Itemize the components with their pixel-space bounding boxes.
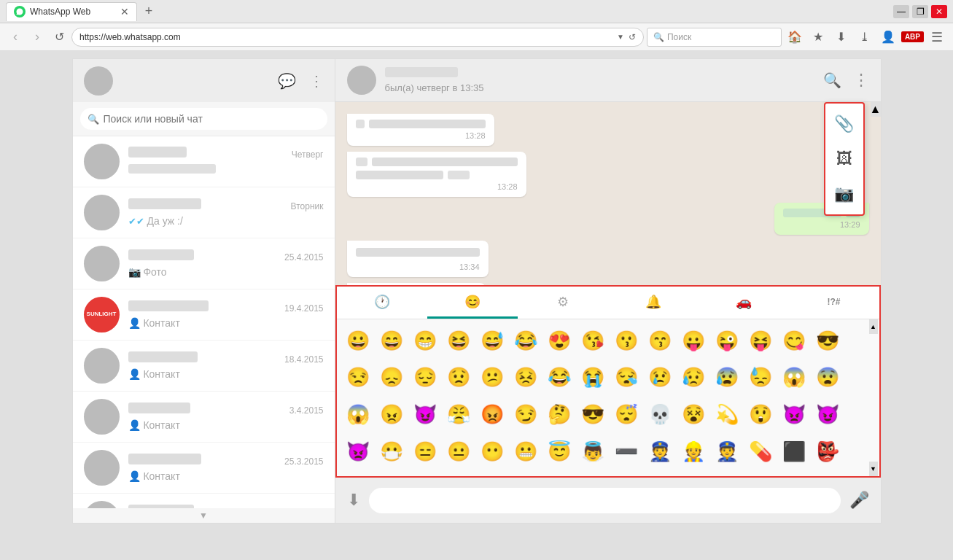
emoji-item[interactable]: 😱 [777, 361, 811, 394]
scroll-up-indicator[interactable]: ▲ [871, 102, 881, 117]
emoji-item[interactable]: 😲 [744, 398, 777, 432]
emoji-item[interactable]: 😒 [341, 361, 375, 394]
emoji-item[interactable]: 😎 [811, 324, 844, 357]
emoji-item[interactable]: 😷 [375, 435, 408, 468]
emoji-item[interactable]: 😅 [475, 324, 509, 357]
emoji-item[interactable]: 😎 [576, 398, 610, 432]
emoji-item[interactable]: 👮 [643, 435, 677, 468]
tab-recent[interactable]: 🕐 [337, 287, 427, 319]
attach-file-button[interactable]: 📎 [828, 108, 860, 140]
tab-car[interactable]: 🚗 [699, 287, 789, 319]
address-bar[interactable]: https://web.whatsapp.com ▼ ↺ [71, 28, 644, 47]
chat-item[interactable]: 25.4.2015 📷 Фото [73, 238, 335, 289]
emoji-item[interactable]: 😁 [408, 324, 442, 357]
emoji-item[interactable]: ⬛ [777, 435, 811, 468]
emoji-item[interactable]: 😱 [341, 398, 375, 432]
tab-symbols[interactable]: !?# [789, 287, 879, 319]
emoji-item[interactable]: 😭 [576, 361, 610, 394]
reload-icon[interactable]: ↺ [629, 32, 636, 42]
maximize-button[interactable]: ❐ [912, 5, 928, 18]
dropdown-icon[interactable]: ▼ [617, 33, 624, 41]
search-box[interactable]: 🔍 Поиск [647, 28, 782, 47]
emoji-item[interactable]: 😆 [442, 324, 475, 357]
emoji-item[interactable]: 😛 [677, 324, 710, 357]
emoji-item[interactable]: 😔 [408, 361, 442, 394]
emoji-item[interactable]: 😞 [375, 361, 408, 394]
scroll-up-emoji[interactable]: ▲ [869, 319, 878, 334]
emoji-item[interactable]: 👼 [576, 435, 610, 468]
emoji-item[interactable]: 😵 [677, 398, 710, 432]
tab-settings[interactable]: ⚙ [518, 287, 608, 319]
tab-close-icon[interactable]: ✕ [120, 6, 129, 18]
emoji-item[interactable]: 🤔 [542, 398, 576, 432]
attach-camera-button[interactable]: 📷 [828, 178, 860, 210]
more-options-icon[interactable]: ⋮ [853, 71, 869, 90]
mic-button[interactable]: 🎤 [849, 491, 869, 510]
emoji-item[interactable]: 😨 [811, 361, 844, 394]
emoji-item[interactable]: 😰 [710, 361, 744, 394]
search-input[interactable] [80, 108, 327, 130]
emoji-item[interactable]: 😇 [542, 435, 576, 468]
back-button[interactable]: ‹ [6, 28, 25, 47]
my-avatar[interactable] [84, 66, 113, 96]
new-tab-button[interactable]: + [140, 3, 157, 20]
minimize-button[interactable]: — [893, 5, 909, 18]
browser-tab[interactable]: WhatsApp Web ✕ [6, 2, 137, 21]
expand-button[interactable]: ⬇ [347, 491, 360, 510]
emoji-item[interactable]: 😈 [408, 398, 442, 432]
contact-info[interactable]: был(а) четверг в 13:35 [385, 67, 823, 93]
emoji-item[interactable]: 👿 [777, 398, 811, 432]
chat-item[interactable]: SUNLIGHT 19.4.2015 👤 Контакт [73, 289, 335, 341]
forward-button[interactable]: › [28, 28, 47, 47]
emoji-item[interactable]: 😙 [643, 324, 677, 357]
emoji-item[interactable]: 👺 [811, 435, 844, 468]
emoji-item[interactable]: 😂 [542, 361, 576, 394]
abp-badge[interactable]: ABP [901, 31, 924, 42]
more-options-icon[interactable]: ⋮ [309, 72, 324, 90]
emoji-item[interactable]: 😟 [442, 361, 475, 394]
emoji-item[interactable]: 😝 [744, 324, 777, 357]
emoji-item[interactable]: 👷 [677, 435, 710, 468]
close-button[interactable]: ✕ [931, 5, 947, 18]
emoji-item[interactable]: 😡 [475, 398, 509, 432]
emoji-item[interactable]: 👿 [341, 435, 375, 468]
emoji-item[interactable]: 😢 [643, 361, 677, 394]
scroll-down-emoji[interactable]: ▼ [869, 462, 878, 476]
chat-item[interactable]: 13.3.2015 👤 Контакт [73, 494, 335, 508]
emoji-item[interactable]: 😓 [744, 361, 777, 394]
emoji-item[interactable]: 😘 [576, 324, 610, 357]
attach-image-button[interactable]: 🖼 [828, 143, 860, 175]
emoji-item[interactable]: 😥 [677, 361, 710, 394]
user-icon[interactable]: 👤 [878, 27, 898, 47]
menu-icon[interactable]: ☰ [927, 27, 947, 47]
emoji-item[interactable]: 😄 [375, 324, 408, 357]
bookmark-icon[interactable]: ★ [808, 27, 828, 47]
save-icon[interactable]: ⬇ [831, 27, 852, 47]
emoji-item[interactable]: 😕 [475, 361, 509, 394]
emoji-item[interactable]: 😪 [610, 361, 643, 394]
emoji-item[interactable]: 😏 [509, 398, 542, 432]
chat-item[interactable]: 3.4.2015 👤 Контакт [73, 392, 335, 443]
tab-smileys[interactable]: 😊 [427, 287, 518, 319]
emoji-item[interactable]: 😬 [509, 435, 542, 468]
emoji-item[interactable]: 😍 [542, 324, 576, 357]
refresh-button[interactable]: ↺ [50, 28, 69, 47]
emoji-item[interactable]: 😑 [408, 435, 442, 468]
home-icon[interactable]: 🏠 [785, 27, 805, 47]
emoji-item[interactable]: 😣 [509, 361, 542, 394]
chat-item[interactable]: 25.3.2015 👤 Контакт [73, 443, 335, 494]
emoji-item[interactable]: 👮 [710, 435, 744, 468]
emoji-item[interactable]: 😜 [710, 324, 744, 357]
compose-icon[interactable]: 💬 [278, 72, 296, 90]
tab-bell[interactable]: 🔔 [608, 287, 699, 319]
emoji-item[interactable]: 😈 [811, 398, 844, 432]
emoji-item[interactable]: 😐 [442, 435, 475, 468]
contact-avatar[interactable] [347, 66, 376, 95]
search-chat-icon[interactable]: 🔍 [823, 71, 841, 89]
chat-item[interactable]: Четверг [73, 136, 335, 187]
emoji-item[interactable]: 😂 [509, 324, 542, 357]
emoji-item[interactable]: 😋 [777, 324, 811, 357]
emoji-item[interactable]: 💊 [744, 435, 777, 468]
emoji-item[interactable]: 💫 [710, 398, 744, 432]
emoji-item[interactable]: 😴 [610, 398, 643, 432]
